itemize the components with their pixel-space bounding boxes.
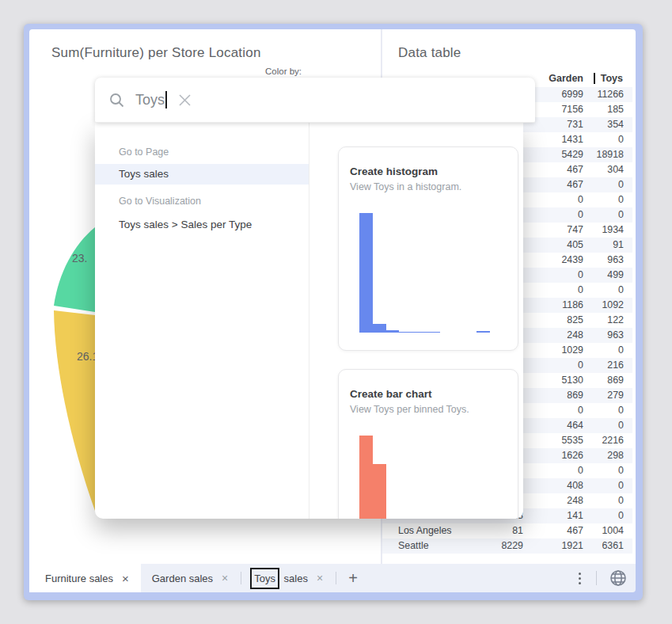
chart-bar [359, 213, 373, 333]
table-cell: 467 [523, 162, 583, 177]
search-icon [109, 93, 124, 108]
chart-bar [386, 330, 399, 333]
table-cell: 354 [583, 117, 624, 132]
create-histogram-card[interactable]: Create histogram View Toys in a histogra… [338, 146, 518, 351]
table-cell: 1431 [523, 132, 583, 147]
table-cell: 0 [523, 403, 583, 418]
tab-divider [336, 572, 336, 584]
table-cell: 81 [461, 523, 523, 538]
clear-search-icon[interactable] [178, 93, 192, 107]
table-cell: 216 [583, 358, 624, 373]
table-cell: 1004 [583, 523, 624, 538]
table-cell: 122 [583, 313, 624, 328]
close-tab-icon[interactable]: × [122, 573, 129, 584]
table-cell: 141 [523, 508, 583, 523]
create-bar-chart-card[interactable]: Create bar chart View Toys per binned To… [338, 369, 518, 519]
search-result-item[interactable]: Toys sales [95, 164, 309, 185]
card-subtitle: View Toys in a histogram. [350, 181, 507, 192]
table-cell: 467 [523, 523, 583, 538]
result-section-header: Go to Visualization [95, 195, 309, 207]
add-sheet-button[interactable]: + [338, 569, 368, 588]
tab-label: Toys sales [254, 573, 308, 584]
table-cell: 8229 [461, 538, 523, 554]
bar-chart-thumbnail [359, 436, 510, 519]
sheet-tab-toys-sales[interactable]: Toys sales× [243, 564, 334, 592]
table-cell: 0 [523, 207, 583, 223]
table-cell: 1092 [583, 298, 624, 313]
table-cell: 304 [583, 162, 624, 177]
table-cell: 185 [583, 102, 624, 117]
table-cell: 747 [523, 223, 583, 238]
search-result-item[interactable]: Toys sales > Sales per Type [95, 215, 309, 235]
table-cell: 963 [583, 253, 624, 268]
close-tab-icon[interactable]: × [222, 573, 228, 584]
table-cell: 869 [583, 373, 624, 388]
tab-bar: Furniture sales×Garden sales×Toys sales×… [29, 564, 636, 592]
table-cell: 499 [583, 268, 624, 283]
search-input[interactable]: Toys [135, 92, 165, 108]
data-table-title: Data table [398, 45, 461, 61]
chart-bar [399, 332, 440, 333]
card-subtitle: View Toys per binned Toys. [350, 404, 507, 415]
tab-divider [241, 572, 241, 584]
table-cell: 0 [583, 418, 624, 433]
table-cell: 963 [583, 328, 624, 343]
table-cell: 405 [523, 238, 583, 253]
pie-slice-yellow[interactable] [54, 310, 95, 511]
histogram-thumbnail [359, 213, 510, 333]
text-cursor [165, 91, 167, 108]
table-cell: 298 [583, 448, 624, 463]
pie-label-green: 23. [72, 252, 87, 264]
table-cell: 1626 [523, 448, 583, 463]
chart-bar [359, 436, 373, 519]
table-cell: 279 [583, 388, 624, 403]
search-result-list: Go to PageToys salesGo to VisualizationT… [95, 123, 309, 519]
pie-slice-green[interactable] [54, 227, 95, 312]
table-cell: 0 [583, 463, 624, 478]
table-cell: 0 [583, 192, 624, 207]
search-bar[interactable]: Toys [95, 78, 535, 123]
table-cell: 467 [523, 177, 583, 192]
table-cell: 0 [583, 478, 624, 493]
table-cell: 0 [583, 177, 624, 192]
table-row[interactable]: Seattle822919216361 [382, 538, 632, 554]
table-cell: 1029 [523, 343, 583, 358]
table-cell: 1934 [583, 223, 624, 238]
sheet-tab-garden-sales[interactable]: Garden sales× [141, 564, 240, 592]
desktop-background: Sum(Furniture) per Store Location Color … [0, 0, 672, 624]
globe-icon[interactable] [609, 569, 628, 588]
table-cell: 91 [583, 238, 624, 253]
table-cell: 6361 [583, 538, 624, 554]
table-cell: 248 [523, 328, 583, 343]
close-tab-icon[interactable]: × [317, 573, 323, 584]
table-cell: 0 [523, 268, 583, 283]
suggestion-cards: Create histogram View Toys in a histogra… [338, 146, 518, 519]
sheet-tab-furniture-sales[interactable]: Furniture sales× [29, 564, 141, 592]
table-cell: 2216 [583, 433, 624, 448]
table-cell: 869 [523, 388, 583, 403]
table-cell: 5429 [523, 147, 583, 162]
controls-divider [596, 571, 597, 585]
table-cell: 0 [583, 343, 624, 358]
table-cell: 11266 [583, 87, 624, 102]
kebab-menu-icon[interactable] [575, 569, 584, 588]
table-cell: 408 [523, 478, 583, 493]
table-cell: 1186 [523, 298, 583, 313]
table-cell: 0 [583, 493, 624, 508]
table-row[interactable]: Los Angeles814671004 [382, 523, 632, 538]
chart-bar [373, 324, 386, 333]
table-cell: 2439 [523, 253, 583, 268]
table-cell: 1921 [523, 538, 583, 554]
table-cell: 0 [583, 508, 624, 523]
table-cell: 0 [583, 132, 624, 147]
table-cell: 248 [523, 493, 583, 508]
card-title: Create bar chart [350, 388, 507, 400]
table-cell: 0 [523, 192, 583, 207]
table-cell: 5535 [523, 433, 583, 448]
chart-bar [373, 464, 386, 519]
col-header-toys[interactable]: Toys [583, 73, 624, 84]
result-section-header: Go to Page [95, 146, 309, 158]
tab-word-highlight-box: Toys [250, 568, 279, 589]
table-cell: 464 [523, 418, 583, 433]
table-cell: 18918 [583, 147, 624, 162]
